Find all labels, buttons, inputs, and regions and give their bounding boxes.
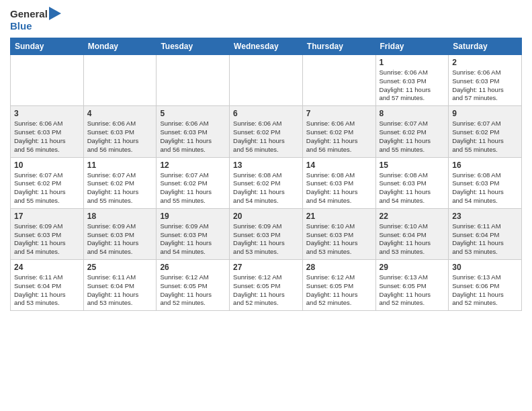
day-number: 19: [160, 212, 226, 221]
day-number: 12: [160, 161, 226, 170]
calendar-cell: [83, 55, 157, 106]
day-number: 21: [306, 212, 372, 221]
weekday-header-sunday: Sunday: [11, 38, 84, 55]
calendar-cell: 25Sunrise: 6:11 AM Sunset: 6:04 PM Dayli…: [83, 260, 157, 311]
calendar-cell: 27Sunrise: 6:12 AM Sunset: 6:05 PM Dayli…: [230, 260, 303, 311]
day-number: 6: [233, 109, 299, 118]
calendar-week-row: 3Sunrise: 6:06 AM Sunset: 6:03 PM Daylig…: [11, 106, 522, 157]
day-info: Sunrise: 6:06 AM Sunset: 6:03 PM Dayligh…: [380, 68, 445, 103]
day-info: Sunrise: 6:07 AM Sunset: 6:02 PM Dayligh…: [87, 171, 153, 205]
day-info: Sunrise: 6:13 AM Sunset: 6:05 PM Dayligh…: [380, 273, 445, 308]
day-number: 25: [87, 263, 153, 272]
weekday-header-row: SundayMondayTuesdayWednesdayThursdayFrid…: [11, 38, 522, 55]
day-number: 4: [87, 109, 153, 118]
day-info: Sunrise: 6:08 AM Sunset: 6:03 PM Dayligh…: [452, 171, 518, 205]
calendar-cell: 13Sunrise: 6:08 AM Sunset: 6:02 PM Dayli…: [230, 157, 303, 208]
weekday-header-friday: Friday: [375, 38, 449, 55]
calendar-cell: [230, 55, 303, 106]
calendar-cell: 29Sunrise: 6:13 AM Sunset: 6:05 PM Dayli…: [375, 260, 449, 311]
calendar-cell: 4Sunrise: 6:06 AM Sunset: 6:03 PM Daylig…: [83, 106, 157, 157]
day-info: Sunrise: 6:09 AM Sunset: 6:03 PM Dayligh…: [233, 222, 299, 257]
day-number: 11: [87, 161, 153, 170]
day-info: Sunrise: 6:06 AM Sunset: 6:03 PM Dayligh…: [452, 68, 518, 103]
calendar-week-row: 1Sunrise: 6:06 AM Sunset: 6:03 PM Daylig…: [11, 55, 522, 106]
day-number: 22: [380, 212, 445, 221]
logo: General Blue: [10, 7, 61, 32]
calendar-table: SundayMondayTuesdayWednesdayThursdayFrid…: [10, 38, 522, 311]
day-info: Sunrise: 6:09 AM Sunset: 6:03 PM Dayligh…: [160, 222, 226, 257]
day-number: 23: [452, 212, 518, 221]
day-number: 5: [160, 109, 226, 118]
day-info: Sunrise: 6:06 AM Sunset: 6:03 PM Dayligh…: [87, 120, 153, 154]
calendar-cell: 10Sunrise: 6:07 AM Sunset: 6:02 PM Dayli…: [11, 157, 84, 208]
day-info: Sunrise: 6:08 AM Sunset: 6:03 PM Dayligh…: [306, 171, 372, 205]
calendar-cell: [11, 55, 84, 106]
day-number: 30: [452, 263, 518, 272]
calendar-cell: 17Sunrise: 6:09 AM Sunset: 6:03 PM Dayli…: [11, 208, 84, 259]
day-number: 8: [380, 109, 445, 118]
day-number: 16: [452, 161, 518, 170]
day-number: 24: [14, 263, 80, 272]
calendar-cell: 15Sunrise: 6:08 AM Sunset: 6:03 PM Dayli…: [375, 157, 449, 208]
calendar-cell: 18Sunrise: 6:09 AM Sunset: 6:03 PM Dayli…: [83, 208, 157, 259]
day-info: Sunrise: 6:11 AM Sunset: 6:04 PM Dayligh…: [14, 273, 80, 308]
page: General Blue SundayMondayTuesdayWednesda…: [0, 0, 532, 411]
calendar-cell: [302, 55, 375, 106]
day-info: Sunrise: 6:06 AM Sunset: 6:03 PM Dayligh…: [160, 120, 226, 154]
day-number: 14: [306, 161, 372, 170]
calendar-cell: 7Sunrise: 6:06 AM Sunset: 6:02 PM Daylig…: [302, 106, 375, 157]
calendar-cell: 14Sunrise: 6:08 AM Sunset: 6:03 PM Dayli…: [302, 157, 375, 208]
day-number: 17: [14, 212, 80, 221]
logo-general-text: General: [10, 8, 48, 19]
day-number: 20: [233, 212, 299, 221]
calendar-week-row: 10Sunrise: 6:07 AM Sunset: 6:02 PM Dayli…: [11, 157, 522, 208]
day-info: Sunrise: 6:09 AM Sunset: 6:03 PM Dayligh…: [87, 222, 153, 257]
calendar-cell: 26Sunrise: 6:12 AM Sunset: 6:05 PM Dayli…: [157, 260, 230, 311]
day-number: 15: [380, 161, 445, 170]
calendar-cell: 9Sunrise: 6:07 AM Sunset: 6:02 PM Daylig…: [449, 106, 522, 157]
weekday-header-saturday: Saturday: [449, 38, 522, 55]
day-info: Sunrise: 6:11 AM Sunset: 6:04 PM Dayligh…: [87, 273, 153, 308]
day-info: Sunrise: 6:10 AM Sunset: 6:04 PM Dayligh…: [380, 222, 445, 257]
day-number: 28: [306, 263, 372, 272]
day-info: Sunrise: 6:11 AM Sunset: 6:04 PM Dayligh…: [452, 222, 518, 257]
day-info: Sunrise: 6:06 AM Sunset: 6:02 PM Dayligh…: [233, 120, 299, 154]
day-info: Sunrise: 6:06 AM Sunset: 6:02 PM Dayligh…: [306, 120, 372, 154]
weekday-header-wednesday: Wednesday: [230, 38, 303, 55]
calendar-cell: 30Sunrise: 6:13 AM Sunset: 6:06 PM Dayli…: [449, 260, 522, 311]
logo-blue-text: Blue: [10, 20, 32, 32]
weekday-header-thursday: Thursday: [302, 38, 375, 55]
day-info: Sunrise: 6:10 AM Sunset: 6:03 PM Dayligh…: [306, 222, 372, 257]
calendar-week-row: 17Sunrise: 6:09 AM Sunset: 6:03 PM Dayli…: [11, 208, 522, 259]
day-info: Sunrise: 6:06 AM Sunset: 6:03 PM Dayligh…: [14, 120, 80, 154]
day-number: 26: [160, 263, 226, 272]
calendar-week-row: 24Sunrise: 6:11 AM Sunset: 6:04 PM Dayli…: [11, 260, 522, 311]
logo-icon: [49, 7, 61, 20]
day-info: Sunrise: 6:13 AM Sunset: 6:06 PM Dayligh…: [452, 273, 518, 308]
calendar-cell: 28Sunrise: 6:12 AM Sunset: 6:05 PM Dayli…: [302, 260, 375, 311]
calendar-cell: 3Sunrise: 6:06 AM Sunset: 6:03 PM Daylig…: [11, 106, 84, 157]
day-number: 27: [233, 263, 299, 272]
day-number: 2: [452, 58, 518, 67]
calendar-cell: 16Sunrise: 6:08 AM Sunset: 6:03 PM Dayli…: [449, 157, 522, 208]
day-info: Sunrise: 6:09 AM Sunset: 6:03 PM Dayligh…: [14, 222, 80, 257]
day-info: Sunrise: 6:07 AM Sunset: 6:02 PM Dayligh…: [14, 171, 80, 205]
header: General Blue: [10, 7, 522, 32]
day-info: Sunrise: 6:12 AM Sunset: 6:05 PM Dayligh…: [160, 273, 226, 308]
calendar-cell: 2Sunrise: 6:06 AM Sunset: 6:03 PM Daylig…: [449, 55, 522, 106]
day-info: Sunrise: 6:12 AM Sunset: 6:05 PM Dayligh…: [233, 273, 299, 308]
day-info: Sunrise: 6:07 AM Sunset: 6:02 PM Dayligh…: [160, 171, 226, 205]
calendar-cell: 12Sunrise: 6:07 AM Sunset: 6:02 PM Dayli…: [157, 157, 230, 208]
calendar-cell: 20Sunrise: 6:09 AM Sunset: 6:03 PM Dayli…: [230, 208, 303, 259]
day-number: 7: [306, 109, 372, 118]
day-number: 29: [380, 263, 445, 272]
day-info: Sunrise: 6:07 AM Sunset: 6:02 PM Dayligh…: [452, 120, 518, 154]
day-number: 1: [380, 58, 445, 67]
calendar-cell: 5Sunrise: 6:06 AM Sunset: 6:03 PM Daylig…: [157, 106, 230, 157]
day-number: 18: [87, 212, 153, 221]
calendar-cell: 8Sunrise: 6:07 AM Sunset: 6:02 PM Daylig…: [375, 106, 449, 157]
calendar-cell: 6Sunrise: 6:06 AM Sunset: 6:02 PM Daylig…: [230, 106, 303, 157]
day-number: 10: [14, 161, 80, 170]
calendar-cell: 24Sunrise: 6:11 AM Sunset: 6:04 PM Dayli…: [11, 260, 84, 311]
day-number: 9: [452, 109, 518, 118]
